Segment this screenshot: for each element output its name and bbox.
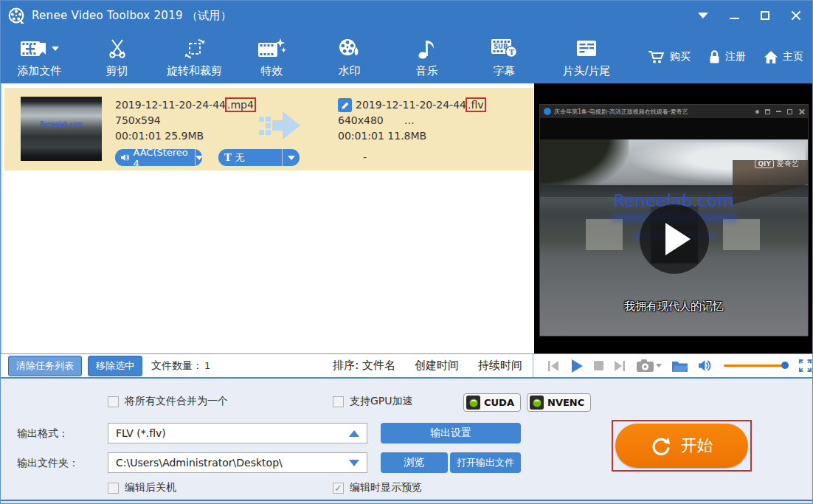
nvenc-badge: NVENC — [527, 393, 591, 412]
open-output-file-button[interactable]: 打开输出文件 — [450, 452, 521, 473]
file-list-item[interactable]: Reneelab.com 2019-12-11-20-24-44.mp4 750… — [4, 88, 533, 170]
register-button[interactable]: 注册 — [708, 49, 746, 64]
popout-icon — [765, 109, 770, 114]
buy-button[interactable]: 购买 — [648, 49, 691, 64]
minimize-icon — [776, 111, 781, 112]
speaker-icon — [698, 359, 713, 372]
subtitle-value: 无 — [235, 151, 245, 165]
snapshot-button[interactable] — [636, 359, 662, 373]
shutdown-after-checkbox[interactable]: 编辑后关机 — [108, 481, 176, 494]
gpu-accel-checkbox[interactable]: 支持GPU加速 — [333, 395, 413, 408]
subtitles-icon: SUB T — [491, 35, 518, 63]
play-icon — [570, 359, 584, 373]
sort-by-duration[interactable]: 持续时间 — [478, 359, 522, 373]
toolbar-rotate-crop-label: 旋转和裁剪 — [167, 64, 222, 78]
svg-text:T: T — [508, 48, 514, 56]
nvidia-logo-icon — [530, 396, 544, 410]
refresh-icon — [651, 436, 671, 456]
pencil-icon — [341, 101, 350, 110]
sort-by-name[interactable]: 排序: 文件名 — [333, 359, 395, 373]
preview-video-window: 庆余年第1集-电视剧-高清正版视频在线观看-爱奇艺 — [539, 104, 809, 336]
toolbar-effects[interactable]: 特效 — [233, 30, 311, 83]
toolbar-subtitles-label: 字幕 — [494, 64, 516, 78]
toolbar-watermark[interactable]: 水印 — [311, 30, 388, 83]
pin-icon — [755, 110, 759, 114]
toolbar-cut[interactable]: 剪切 — [78, 30, 156, 83]
iqiyi-logo-text: 爱奇艺 — [777, 159, 799, 169]
more-options-button[interactable]: … — [404, 114, 416, 126]
gpu-accel-label: 支持GPU加速 — [350, 395, 413, 408]
thumbnail-watermark: Reneelab.com — [41, 120, 83, 127]
file-thumbnail: Reneelab.com — [21, 97, 102, 161]
subtitle-t-icon: T — [224, 152, 232, 163]
edit-filename-button[interactable] — [338, 98, 352, 112]
close-icon — [791, 10, 801, 21]
main-area: Reneelab.com 2019-12-11-20-24-44.mp4 750… — [1, 83, 812, 353]
mute-button[interactable] — [698, 359, 713, 372]
remove-selected-button[interactable]: 移除选中 — [88, 356, 142, 376]
toolbar-subtitles[interactable]: SUB T 字幕 — [466, 30, 543, 83]
clear-task-list-button[interactable]: 清除任务列表 — [8, 356, 82, 376]
folder-icon — [671, 359, 688, 373]
volume-slider-knob[interactable] — [781, 362, 789, 369]
snapshot-caret-icon — [656, 364, 662, 367]
rotate-crop-icon — [184, 35, 206, 63]
maximize-icon — [761, 11, 769, 20]
toolbar-music[interactable]: 音乐 — [388, 30, 466, 83]
preview-window-title: 庆余年第1集-电视剧-高清正版视频在线观看-爱奇艺 — [554, 108, 753, 116]
maximize-button[interactable] — [759, 10, 771, 21]
titlebar: Renee Video Toolbox 2019 （试用） — [1, 1, 812, 30]
source-duration-size: 00:01:01 25.9MB — [115, 128, 256, 144]
output-format-label: 输出格式： — [17, 427, 69, 441]
previous-button[interactable] — [547, 360, 560, 372]
buy-label: 购买 — [670, 50, 691, 63]
subtitle-dropdown[interactable]: T 无 — [218, 149, 300, 166]
toolbar-add-file[interactable]: 添加文件 — [1, 30, 78, 83]
register-label: 注册 — [725, 50, 746, 63]
effects-icon — [258, 35, 286, 63]
home-button[interactable]: 主页 — [764, 50, 803, 64]
close-button[interactable] — [790, 10, 802, 21]
audio-track-dropdown[interactable]: AAC(Stereo 4 — [115, 149, 202, 166]
iqiyi-logo: QIY 爱奇艺 — [755, 159, 799, 169]
play-button[interactable] — [570, 359, 584, 373]
list-footer: 清除任务列表 移除选中 文件数量： 1 排序: 文件名 创建时间 持续时间 — [1, 354, 533, 377]
sort-by-created[interactable]: 创建时间 — [415, 359, 459, 373]
play-overlay-button[interactable] — [640, 204, 709, 274]
chevron-up-icon — [349, 430, 359, 437]
subtitle-dropdown-caret — [282, 149, 300, 166]
convert-arrow-icon — [252, 111, 300, 139]
bottom-panel: 将所有文件合并为一个 支持GPU加速 CUDA NVENC 输出格式： FLV … — [1, 379, 812, 504]
preview-window-favicon — [544, 108, 551, 115]
watermark-icon — [338, 35, 361, 63]
merge-files-label: 将所有文件合并为一个 — [125, 395, 228, 408]
window-menu-button[interactable] — [697, 10, 709, 21]
browse-button[interactable]: 浏览 — [381, 452, 448, 473]
output-format-select[interactable]: FLV (*.flv) — [108, 423, 367, 443]
output-settings-button[interactable]: 输出设置 — [381, 423, 521, 443]
minimize-button[interactable] — [728, 10, 740, 21]
target-duration-size: 00:01:01 11.8MB — [338, 128, 486, 144]
toolbar-rotate-crop[interactable]: 旋转和裁剪 — [156, 30, 233, 83]
stop-button[interactable] — [594, 361, 603, 370]
volume-slider[interactable] — [724, 365, 787, 367]
intro-outro-icon — [575, 35, 598, 63]
add-file-dropdown-caret — [52, 46, 59, 51]
toolbar-intro-outro-label: 片头/片尾 — [562, 64, 610, 78]
next-button[interactable] — [613, 360, 626, 372]
start-button[interactable]: 开始 — [615, 424, 748, 468]
nvenc-label: NVENC — [547, 397, 584, 408]
cart-icon — [648, 49, 665, 64]
output-folder-select[interactable]: C:\Users\Administrator\Desktop\ — [108, 452, 367, 473]
speaker-icon — [121, 153, 129, 162]
cuda-label: CUDA — [484, 397, 514, 408]
fullscreen-button[interactable] — [798, 359, 812, 373]
output-folder-value: C:\Users\Administrator\Desktop\ — [116, 457, 283, 469]
audio-track-value: AAC(Stereo 4 — [133, 149, 189, 166]
toolbar-intro-outro[interactable]: 片头/片尾 — [543, 30, 630, 83]
show-preview-checkbox[interactable]: ✓ 编辑时显示预览 — [333, 481, 422, 494]
toolbar-cut-label: 剪切 — [106, 64, 128, 78]
open-folder-button[interactable] — [671, 359, 688, 373]
merge-files-checkbox[interactable]: 将所有文件合并为一个 — [108, 395, 228, 408]
cuda-badge: CUDA — [463, 393, 521, 412]
